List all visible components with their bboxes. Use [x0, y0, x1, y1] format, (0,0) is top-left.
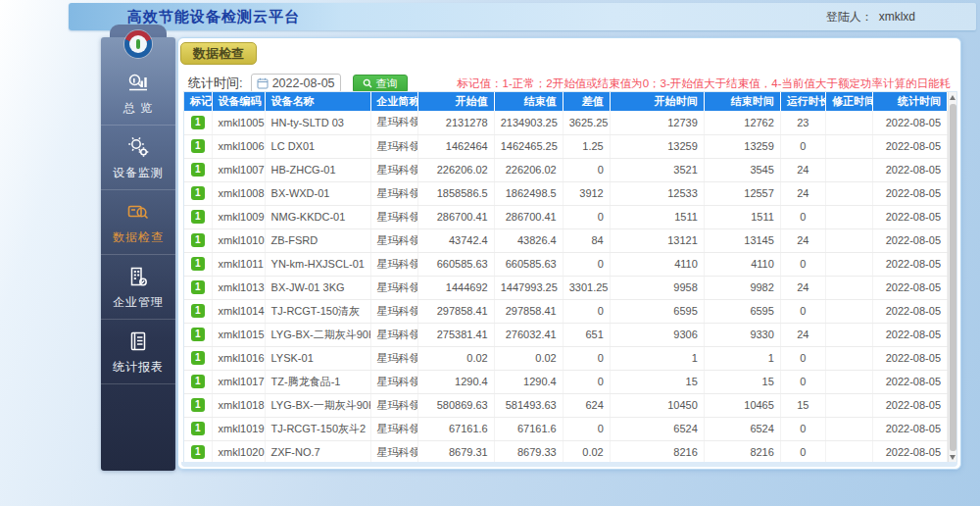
table-cell: 24	[780, 228, 825, 252]
table-cell: TJ-RCGT-150清灰	[265, 299, 370, 323]
table-cell	[825, 228, 872, 252]
scroll-down-arrow[interactable]	[950, 455, 956, 460]
column-header: 开始值	[417, 92, 494, 111]
table-row[interactable]: 1xmkl1006LC DX01星玛科领14624641462465.251.2…	[184, 134, 948, 158]
table-cell: 1	[184, 370, 212, 393]
table-cell: xmkl1020	[212, 440, 265, 464]
table-cell: 星玛科领	[370, 134, 417, 158]
table-cell: 1858586.5	[417, 181, 494, 205]
table-cell: xmkl1007	[212, 158, 265, 181]
scroll-up-arrow[interactable]	[950, 95, 956, 100]
table-scrollbar[interactable]	[948, 92, 956, 463]
table-cell: YN-km-HXJSCL-01	[265, 252, 370, 276]
table-row[interactable]: 1xmkl1018LYG-BX-一期灰斗90KW星玛科领580869.63581…	[184, 393, 948, 417]
column-header: 修正时间	[825, 92, 872, 111]
mark-badge: 1	[191, 280, 205, 294]
sidebar-item-label: 企业管理	[113, 294, 164, 311]
date-value: 2022-08-05	[272, 76, 335, 90]
table-cell: 581493.63	[494, 393, 563, 417]
table-row[interactable]: 1xmkl1013BX-JW-01 3KG星玛科领14446921447993.…	[184, 276, 948, 299]
table-cell: 67161.6	[417, 417, 494, 440]
panel-bottom-strip	[181, 462, 957, 467]
table-cell: TZ-腾龙食品-1	[265, 370, 370, 393]
table-cell: 624	[563, 393, 610, 417]
table-row[interactable]: 1xmkl1019TJ-RCGT-150灰斗2星玛科领67161.667161.…	[184, 417, 948, 440]
table-cell	[825, 393, 872, 417]
table-cell: 24	[780, 158, 825, 181]
table-cell: xmkl1008	[212, 181, 265, 205]
column-header: 企业简称	[370, 92, 417, 111]
table-cell: 1	[184, 299, 212, 323]
table-row[interactable]: 1xmkl1010ZB-FSRD星玛科领43742.443826.4841312…	[184, 228, 948, 252]
sidebar-item-overview[interactable]: 总 览	[101, 61, 175, 126]
table-cell: 24	[780, 181, 825, 205]
table-cell: 8216	[704, 440, 780, 464]
table-cell: 0	[563, 370, 610, 393]
table-row[interactable]: 1xmkl1020ZXF-NO.7星玛科领8679.318679.330.028…	[184, 440, 948, 464]
platform-logo-icon	[124, 30, 152, 58]
sidebar-item-data-check[interactable]: 数据检查	[101, 190, 175, 255]
query-button[interactable]: 查询	[353, 75, 408, 93]
table-cell: LYSK-01	[265, 346, 370, 370]
table-cell: xmkl1011	[212, 252, 265, 276]
mark-badge: 1	[191, 375, 205, 388]
table-row[interactable]: 1xmkl1005HN-ty-SLTD 03星玛科领21312782134903…	[184, 111, 948, 134]
table-cell: 2022-08-05	[872, 205, 947, 228]
table-cell: 651	[563, 323, 610, 346]
table-cell	[825, 205, 872, 228]
table-cell: 3301.25	[563, 276, 610, 299]
table-cell: 星玛科领	[370, 370, 417, 393]
table-cell: 2022-08-05	[872, 299, 947, 323]
column-header: 结束时间	[704, 92, 780, 111]
table-cell: LYG-BX-二期灰斗90KW	[265, 323, 370, 346]
table-cell: 0	[563, 299, 610, 323]
table-row[interactable]: 1xmkl1015LYG-BX-二期灰斗90KW星玛科领275381.41276…	[184, 323, 948, 346]
table-cell	[825, 276, 872, 299]
table-cell: 2022-08-05	[872, 323, 947, 346]
column-header: 设备编码	[212, 92, 265, 111]
table-cell: ZB-FSRD	[265, 228, 370, 252]
table-cell: 1	[184, 181, 212, 205]
table-cell: 0	[780, 370, 825, 393]
data-check-tab-button[interactable]: 数据检查	[180, 42, 257, 65]
table-cell: 星玛科领	[370, 158, 417, 181]
table-cell: 1	[184, 440, 212, 464]
table-cell: 13145	[704, 228, 780, 252]
table-cell: 1	[184, 111, 212, 134]
column-header: 设备名称	[265, 92, 370, 111]
table-cell: 10465	[704, 393, 780, 417]
table-row[interactable]: 1xmkl1014TJ-RCGT-150清灰星玛科领297858.4129785…	[184, 299, 948, 323]
table-cell: 0	[780, 134, 825, 158]
table-cell: 2022-08-05	[872, 276, 947, 299]
mark-badge: 1	[191, 210, 205, 224]
sidebar-item-enterprise[interactable]: 企业管理	[101, 255, 175, 320]
table-cell: LC DX01	[265, 134, 370, 158]
table-row[interactable]: 1xmkl1007HB-ZHCG-01星玛科领226206.02226206.0…	[184, 158, 948, 181]
table-row[interactable]: 1xmkl1016LYSK-01星玛科领0.020.0201102022-08-…	[184, 346, 948, 370]
table-cell: 15	[780, 393, 825, 417]
table-row[interactable]: 1xmkl1017TZ-腾龙食品-1星玛科领1290.41290.4015150…	[184, 370, 948, 393]
table-cell: 0	[780, 252, 825, 276]
device-monitor-icon	[125, 134, 151, 160]
scrollbar-thumb[interactable]	[950, 104, 956, 451]
table-cell	[825, 417, 872, 440]
table-cell: 3545	[704, 158, 780, 181]
table-row[interactable]: 1xmkl1011YN-km-HXJSCL-01星玛科领660585.63660…	[184, 252, 948, 276]
column-header: 开始时间	[610, 92, 704, 111]
table-cell: 6595	[704, 299, 780, 323]
table-cell: 12739	[610, 111, 704, 134]
date-input[interactable]: 2022-08-05	[251, 74, 341, 93]
table-row[interactable]: 1xmkl1008BX-WXD-01星玛科领1858586.51862498.5…	[184, 181, 948, 205]
stat-time-label: 统计时间:	[188, 75, 243, 92]
data-table-area: 标记设备编码设备名称企业简称开始值结束值差值开始时间结束时间运行时长修正时间统计…	[183, 91, 957, 464]
table-cell: 1	[184, 276, 212, 299]
query-button-label: 查询	[376, 76, 398, 91]
sidebar-item-device-monitor[interactable]: 设备监测	[101, 126, 175, 190]
table-cell	[825, 158, 872, 181]
table-cell: 1	[184, 393, 212, 417]
sidebar-item-report[interactable]: 统计报表	[101, 320, 175, 384]
table-cell: 286700.41	[417, 205, 494, 228]
table-cell: 4110	[610, 252, 704, 276]
table-row[interactable]: 1xmkl1009NMG-KKDC-01星玛科领286700.41286700.…	[184, 205, 948, 228]
column-header: 差值	[563, 92, 610, 111]
